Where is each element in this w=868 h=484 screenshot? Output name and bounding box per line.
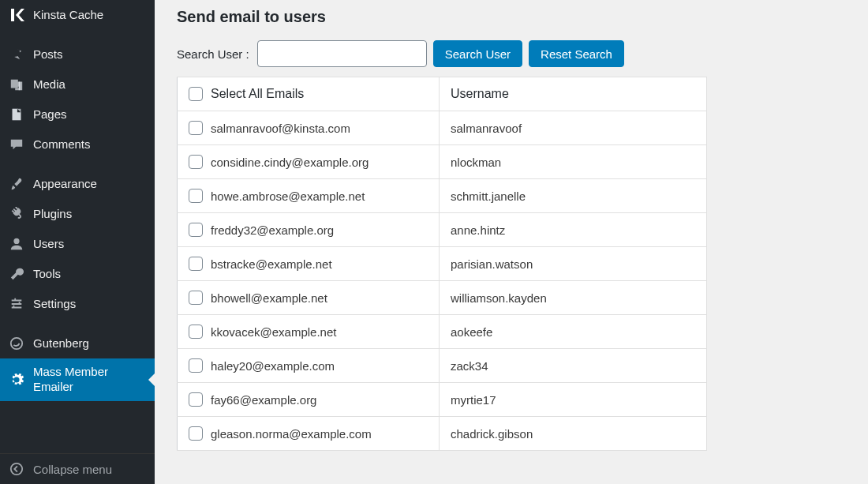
sidebar-item-label: Pages bbox=[33, 107, 67, 122]
brush-icon bbox=[8, 175, 25, 193]
search-label: Search User : bbox=[177, 47, 249, 61]
search-user-button[interactable]: Search User bbox=[433, 40, 522, 67]
select-all-header: Select All Emails bbox=[178, 77, 440, 111]
sidebar-item-label: Settings bbox=[33, 297, 76, 312]
table-row: fay66@example.orgmyrtie17 bbox=[178, 383, 707, 417]
select-all-label: Select All Emails bbox=[211, 87, 304, 101]
collapse-icon bbox=[8, 460, 25, 478]
sidebar-menu: Kinsta CachePostsMediaPagesCommentsAppea… bbox=[0, 0, 155, 401]
email-cell: bhowell@example.net bbox=[178, 281, 440, 315]
row-checkbox[interactable] bbox=[189, 121, 203, 135]
table-row: considine.cindy@example.orgnlockman bbox=[178, 145, 707, 179]
svg-point-3 bbox=[11, 463, 22, 475]
users-tbody: salmanravoof@kinsta.comsalmanravoofconsi… bbox=[178, 111, 707, 451]
main-content: Send email to users Search User : Search… bbox=[155, 0, 868, 484]
gear-icon bbox=[8, 371, 25, 388]
gutenberg-icon bbox=[8, 335, 25, 352]
media-icon bbox=[8, 76, 25, 93]
username-cell: chadrick.gibson bbox=[440, 417, 707, 451]
comment-icon bbox=[8, 136, 25, 153]
table-row: howe.ambrose@example.netschmitt.janelle bbox=[178, 179, 707, 213]
table-row: bhowell@example.netwilliamson.kayden bbox=[178, 281, 707, 315]
users-table: Select All Emails Username salmanravoof@… bbox=[177, 77, 707, 451]
email-text: bstracke@example.net bbox=[211, 257, 332, 271]
email-cell: haley20@example.com bbox=[178, 349, 440, 383]
email-text: haley20@example.com bbox=[211, 359, 335, 373]
sidebar-item-label: Mass Member Emailer bbox=[33, 365, 147, 395]
email-cell: salmanravoof@kinsta.com bbox=[178, 111, 440, 145]
email-text: fay66@example.org bbox=[211, 393, 316, 407]
email-cell: kkovacek@example.net bbox=[178, 315, 440, 349]
username-cell: salmanravoof bbox=[440, 111, 707, 145]
row-checkbox[interactable] bbox=[189, 392, 203, 407]
sidebar-item-label: Appearance bbox=[33, 177, 97, 192]
sidebar-item-kinsta-cache[interactable]: Kinsta Cache bbox=[0, 0, 155, 30]
sidebar-item-label: Posts bbox=[33, 47, 63, 62]
table-row: kkovacek@example.netaokeefe bbox=[178, 315, 707, 349]
email-text: howe.ambrose@example.net bbox=[211, 189, 365, 203]
sidebar-item-label: Media bbox=[33, 77, 65, 92]
table-row: gleason.norma@example.comchadrick.gibson bbox=[178, 417, 707, 451]
row-checkbox[interactable] bbox=[189, 155, 203, 169]
svg-point-1 bbox=[13, 238, 19, 244]
row-checkbox[interactable] bbox=[189, 325, 203, 339]
reset-search-button[interactable]: Reset Search bbox=[529, 40, 624, 67]
email-text: considine.cindy@example.org bbox=[211, 156, 369, 169]
table-row: salmanravoof@kinsta.comsalmanravoof bbox=[178, 111, 707, 145]
select-all-checkbox[interactable] bbox=[189, 87, 203, 101]
username-cell: williamson.kayden bbox=[440, 281, 707, 315]
sidebar-item-appearance[interactable]: Appearance bbox=[0, 169, 155, 199]
username-header: Username bbox=[440, 77, 707, 111]
user-icon bbox=[8, 235, 25, 253]
row-checkbox[interactable] bbox=[189, 291, 203, 305]
sidebar-item-media[interactable]: Media bbox=[0, 69, 155, 99]
sidebar-item-comments[interactable]: Comments bbox=[0, 129, 155, 159]
username-cell: parisian.watson bbox=[440, 247, 707, 281]
username-cell: anne.hintz bbox=[440, 213, 707, 247]
kinsta-icon bbox=[8, 6, 25, 24]
sidebar-item-pages[interactable]: Pages bbox=[0, 99, 155, 129]
sidebar-item-gutenberg[interactable]: Gutenberg bbox=[0, 328, 155, 358]
sidebar-item-plugins[interactable]: Plugins bbox=[0, 199, 155, 229]
username-cell: zack34 bbox=[440, 349, 707, 383]
row-checkbox[interactable] bbox=[189, 223, 203, 237]
svg-rect-0 bbox=[13, 109, 21, 120]
sidebar-item-label: Tools bbox=[33, 267, 61, 282]
admin-sidebar: Kinsta CachePostsMediaPagesCommentsAppea… bbox=[0, 0, 155, 484]
email-cell: howe.ambrose@example.net bbox=[178, 179, 440, 213]
sidebar-item-posts[interactable]: Posts bbox=[0, 39, 155, 69]
plug-icon bbox=[8, 205, 25, 223]
page-title: Send email to users bbox=[177, 5, 849, 26]
row-checkbox[interactable] bbox=[189, 426, 203, 441]
table-row: bstracke@example.netparisian.watson bbox=[178, 247, 707, 281]
sidebar-item-users[interactable]: Users bbox=[0, 229, 155, 259]
pin-icon bbox=[8, 46, 25, 63]
email-text: gleason.norma@example.com bbox=[211, 427, 372, 441]
email-cell: freddy32@example.org bbox=[178, 213, 440, 247]
row-checkbox[interactable] bbox=[189, 189, 203, 203]
email-text: bhowell@example.net bbox=[211, 291, 327, 305]
sidebar-item-tools[interactable]: Tools bbox=[0, 259, 155, 289]
collapse-menu[interactable]: Collapse menu bbox=[0, 453, 155, 484]
collapse-label: Collapse menu bbox=[33, 463, 112, 476]
email-cell: fay66@example.org bbox=[178, 383, 440, 417]
sidebar-item-label: Gutenberg bbox=[33, 336, 89, 351]
table-row: haley20@example.comzack34 bbox=[178, 349, 707, 383]
sidebar-item-settings[interactable]: Settings bbox=[0, 289, 155, 319]
wrench-icon bbox=[8, 265, 25, 283]
row-checkbox[interactable] bbox=[189, 257, 203, 271]
row-checkbox[interactable] bbox=[189, 358, 203, 373]
page-icon bbox=[8, 106, 25, 123]
sidebar-item-label: Kinsta Cache bbox=[33, 8, 103, 23]
email-text: freddy32@example.org bbox=[211, 223, 334, 237]
table-row: freddy32@example.organne.hintz bbox=[178, 213, 707, 247]
email-cell: bstracke@example.net bbox=[178, 247, 440, 281]
sidebar-item-label: Users bbox=[33, 237, 64, 252]
settings-icon bbox=[8, 295, 25, 313]
search-input[interactable] bbox=[257, 40, 427, 67]
sidebar-item-label: Comments bbox=[33, 137, 91, 152]
username-cell: nlockman bbox=[440, 145, 707, 179]
username-cell: schmitt.janelle bbox=[440, 179, 707, 213]
sidebar-item-label: Plugins bbox=[33, 207, 72, 222]
sidebar-item-mass-member-emailer[interactable]: Mass Member Emailer bbox=[0, 358, 155, 401]
